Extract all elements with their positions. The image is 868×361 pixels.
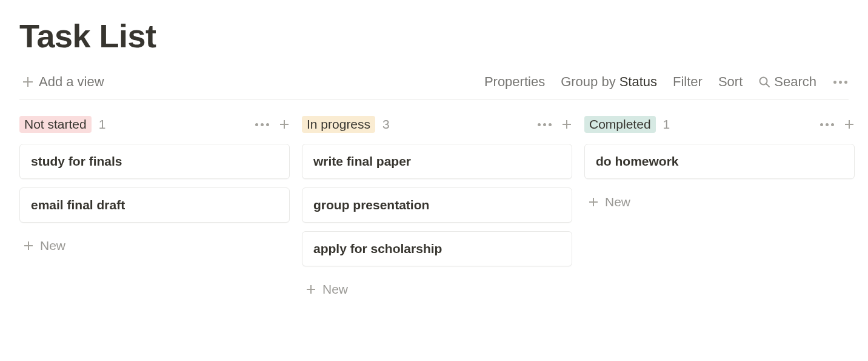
column-header-right (254, 119, 290, 130)
column-more-button[interactable] (819, 122, 835, 127)
column-add-button[interactable] (561, 119, 572, 130)
svg-point-0 (760, 78, 767, 85)
column-header: Not started1 (19, 116, 290, 133)
new-task-button[interactable]: New (302, 275, 572, 304)
column-header-right (536, 119, 572, 130)
column-count: 3 (382, 117, 390, 132)
column-header-right (819, 119, 855, 130)
column-more-button[interactable] (536, 122, 553, 127)
page-title: Task List (19, 17, 849, 55)
filter-button[interactable]: Filter (673, 74, 703, 90)
search-icon (758, 76, 770, 88)
new-task-label: New (605, 195, 630, 209)
column-header-left: In progress3 (302, 116, 390, 133)
task-card[interactable]: apply for scholarship (302, 231, 572, 266)
task-card[interactable]: do homework (584, 144, 855, 179)
board: Not started1study for finalsemail final … (19, 100, 849, 304)
column-header: Completed1 (584, 116, 855, 133)
plus-icon (23, 240, 34, 251)
plus-icon (22, 76, 34, 88)
task-card[interactable]: study for finals (19, 144, 290, 179)
board-column: Not started1study for finalsemail final … (19, 116, 290, 304)
group-by-value: Status (619, 74, 657, 90)
dots-icon (538, 123, 541, 126)
group-by-button[interactable]: Group by Status (561, 74, 657, 90)
task-card[interactable]: write final paper (302, 144, 572, 179)
column-more-button[interactable] (254, 122, 270, 127)
toolbar-left: Add a view (19, 72, 107, 92)
add-view-button[interactable]: Add a view (19, 72, 107, 92)
new-task-label: New (40, 238, 65, 253)
column-add-button[interactable] (844, 119, 855, 130)
new-task-button[interactable]: New (19, 231, 290, 260)
search-label: Search (774, 74, 816, 90)
status-chip[interactable]: In progress (302, 116, 375, 133)
dots-icon (255, 123, 258, 126)
column-count: 1 (663, 117, 670, 132)
plus-icon (588, 197, 599, 207)
column-header: In progress3 (302, 116, 572, 133)
column-count: 1 (99, 117, 106, 132)
status-chip[interactable]: Not started (19, 116, 92, 133)
add-view-label: Add a view (39, 74, 104, 90)
search-button[interactable]: Search (758, 74, 816, 90)
group-by-label: Group by (561, 74, 616, 90)
status-chip[interactable]: Completed (584, 116, 656, 133)
dots-icon (820, 123, 823, 126)
plus-icon (305, 284, 316, 295)
svg-line-1 (767, 84, 770, 87)
toolbar-right: Properties Group by Status Filter Sort S… (484, 74, 849, 90)
new-task-button[interactable]: New (584, 187, 855, 217)
dots-icon (833, 81, 836, 84)
column-header-left: Not started1 (19, 116, 105, 133)
properties-button[interactable]: Properties (484, 74, 545, 90)
more-options-button[interactable] (832, 79, 849, 85)
toolbar: Add a view Properties Group by Status Fi… (19, 72, 849, 100)
task-card[interactable]: email final draft (19, 187, 290, 223)
board-column: Completed1do homeworkNew (584, 116, 855, 304)
column-add-button[interactable] (279, 119, 290, 130)
board-column: In progress3write final papergroup prese… (302, 116, 572, 304)
column-header-left: Completed1 (584, 116, 670, 133)
task-card[interactable]: group presentation (302, 187, 572, 223)
new-task-label: New (322, 282, 348, 297)
sort-button[interactable]: Sort (718, 74, 743, 90)
